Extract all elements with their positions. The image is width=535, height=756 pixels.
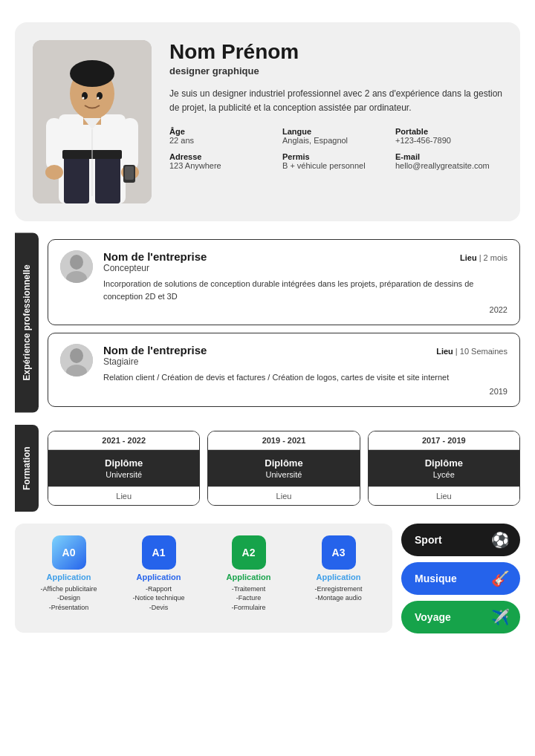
portable-detail: Portable +123-456-7890 — [395, 127, 502, 145]
exp-header-row-2: Nom de l'entreprise Lieu | 10 Semaines — [103, 344, 508, 356]
app-item-0: A0Application-Affiche publicitaire -Desi… — [27, 535, 111, 613]
header-card: Nom Prénom designer graphique Je suis un… — [15, 22, 520, 221]
exp-avatar-2 — [60, 344, 93, 377]
svg-point-24 — [70, 348, 83, 363]
page: Nom Prénom designer graphique Je suis un… — [15, 22, 520, 734]
app-label-1: Application — [137, 573, 181, 581]
formation-section: Formation 2021 - 2022 Diplôme Université… — [15, 425, 520, 512]
svg-point-18 — [82, 97, 85, 100]
adresse-detail: Adresse 123 Anywhere — [169, 152, 276, 170]
svg-rect-10 — [46, 118, 62, 170]
app-desc-2: -Traitement -Facture -Formulaire — [231, 584, 265, 613]
formation-card-1: 2021 - 2022 Diplôme Université Lieu — [48, 431, 200, 506]
app-desc-3: -Enregistrement -Montage audio — [314, 584, 362, 603]
hobby-item-sport: Sport⚽ — [401, 524, 520, 556]
apps-card: A0Application-Affiche publicitaire -Desi… — [15, 524, 392, 633]
app-item-3: A3Application-Enregistrement -Montage au… — [296, 535, 380, 613]
email-detail: E-mail hello@reallygreatsite.com — [395, 152, 502, 170]
formation-dark-3: Diplôme Lycée — [369, 450, 519, 486]
exp-location-2: Lieu | 10 Semaines — [436, 347, 508, 356]
svg-rect-15 — [125, 166, 134, 180]
exp-header-row-1: Nom de l'entreprise Lieu | 2 mois — [103, 250, 508, 263]
header-info: Nom Prénom designer graphique Je suis un… — [169, 40, 502, 170]
hobbies-card: Sport⚽Musique🎸Voyage✈️ — [401, 524, 520, 633]
svg-point-19 — [97, 97, 100, 100]
formation-label: Formation — [15, 425, 39, 512]
experience-item-1: Nom de l'entreprise Lieu | 2 mois Concep… — [48, 239, 520, 325]
app-item-1: A1Application-Rapport -Notice technique … — [117, 535, 201, 613]
app-item-2: A2Application-Traitement -Facture -Formu… — [207, 535, 291, 613]
hobby-item-voyage: Voyage✈️ — [401, 601, 520, 633]
svg-rect-2 — [64, 155, 89, 203]
job-title: designer graphique — [169, 65, 502, 76]
hobby-icon-voyage: ✈️ — [491, 608, 510, 626]
svg-rect-3 — [95, 155, 120, 203]
app-desc-0: -Affiche publicitaire -Design -Présentat… — [41, 584, 97, 613]
hobby-label-sport: Sport — [415, 534, 442, 546]
formation-dark-1: Diplôme Université — [48, 450, 199, 486]
app-icon-1: A1 — [142, 535, 176, 570]
hobby-label-voyage: Voyage — [415, 611, 451, 623]
app-label-3: Application — [317, 573, 361, 581]
experience-content: Nom de l'entreprise Lieu | 2 mois Concep… — [39, 233, 520, 413]
exp-avatar-1 — [60, 250, 93, 283]
hobby-icon-sport: ⚽ — [491, 531, 510, 549]
app-icon-3: A3 — [322, 535, 356, 570]
app-desc-1: -Rapport -Notice technique -Devis — [132, 584, 184, 613]
app-icon-0: A0 — [52, 535, 86, 570]
bio-text: Je suis un designer industriel professio… — [169, 87, 502, 115]
personal-details: Âge 22 ans Langue Anglais, Espagnol Port… — [169, 127, 502, 170]
exp-location-1: Lieu | 2 mois — [460, 253, 508, 262]
full-name: Nom Prénom — [169, 40, 502, 64]
svg-point-6 — [70, 60, 114, 87]
svg-point-12 — [45, 165, 63, 180]
formation-card-2: 2019 - 2021 Diplôme Université Lieu — [207, 431, 360, 506]
apps-grid: A0Application-Affiche publicitaire -Desi… — [27, 535, 380, 613]
svg-rect-11 — [122, 118, 138, 170]
experience-item-2: Nom de l'entreprise Lieu | 10 Semaines S… — [48, 333, 520, 407]
exp-body-1: Nom de l'entreprise Lieu | 2 mois Concep… — [103, 250, 508, 314]
formation-dark-2: Diplôme Université — [208, 450, 359, 486]
skills-row: A0Application-Affiche publicitaire -Desi… — [15, 524, 520, 633]
hobby-item-musique: Musique🎸 — [401, 562, 520, 595]
experience-label: Expérience professionnelle — [15, 233, 39, 413]
exp-body-2: Nom de l'entreprise Lieu | 10 Semaines S… — [103, 344, 508, 396]
app-label-0: Application — [47, 573, 91, 581]
permis-detail: Permis B + véhicule personnel — [282, 152, 389, 170]
app-icon-2: A2 — [232, 535, 266, 570]
hobby-label-musique: Musique — [415, 573, 457, 584]
formation-card-3: 2017 - 2019 Diplôme Lycée Lieu — [368, 431, 520, 506]
svg-point-21 — [70, 255, 83, 270]
experience-section: Expérience professionnelle Nom de l'entr… — [15, 233, 520, 413]
formation-cards: 2021 - 2022 Diplôme Université Lieu 2019… — [39, 425, 520, 512]
hobby-icon-musique: 🎸 — [491, 570, 510, 587]
profile-photo — [33, 40, 152, 203]
app-label-2: Application — [227, 573, 271, 581]
age-detail: Âge 22 ans — [169, 127, 276, 145]
langue-detail: Langue Anglais, Espagnol — [282, 127, 389, 145]
